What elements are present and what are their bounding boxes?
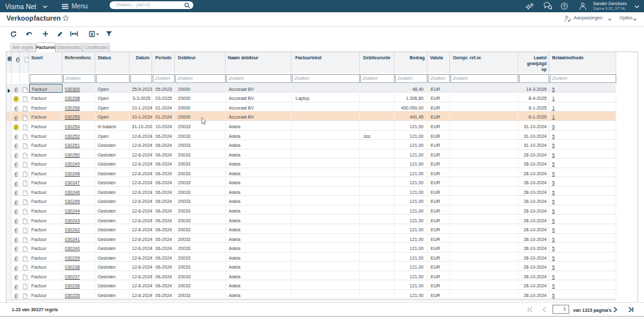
svg-text:?: ?	[563, 4, 565, 8]
